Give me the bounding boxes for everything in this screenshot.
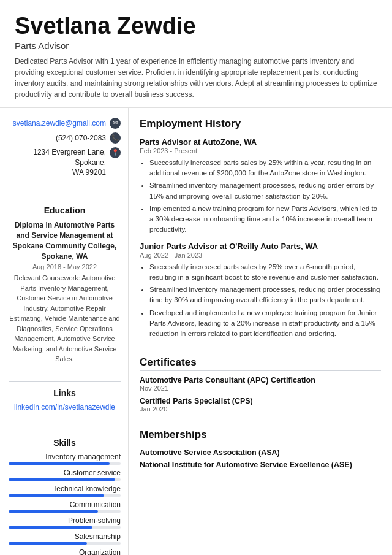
- divider-3: [9, 429, 121, 429]
- skill-bar-fill: [9, 462, 110, 465]
- address-text: 1234 Evergreen Lane, Spokane,WA 99201: [9, 147, 106, 178]
- skill-bar-fill: [9, 494, 104, 497]
- skill-bar-bg: [9, 494, 121, 497]
- jobs-list: Parts Advisor at AutoZone, WA Feb 2023 -…: [140, 137, 381, 340]
- job-bullet: Successfully increased parts sales by 25…: [149, 262, 381, 283]
- skill-item: Customer service: [9, 469, 121, 481]
- skill-name: Communication: [9, 500, 121, 509]
- skill-name: Inventory management: [9, 453, 121, 461]
- location-icon: 📍: [110, 147, 121, 158]
- skill-bar-bg: [9, 542, 121, 545]
- skill-name: Technical knowledge: [9, 484, 121, 493]
- certificates-section: Certificates Automotive Parts Consultant…: [140, 356, 381, 418]
- job-title: Junior Parts Advisor at O'Reilly Auto Pa…: [140, 242, 381, 251]
- job-entry: Junior Parts Advisor at O'Reilly Auto Pa…: [140, 242, 381, 340]
- candidate-summary: Dedicated Parts Advisor with 1 year of e…: [15, 56, 377, 100]
- memberships-list: Automotive Service Association (ASA)Nati…: [140, 448, 381, 469]
- cert-date: Jan 2020: [140, 405, 381, 413]
- skill-bar-bg: [9, 510, 121, 513]
- candidate-name: Svetlana Zewdie: [15, 13, 377, 39]
- header-section: Svetlana Zewdie Parts Advisor Dedicated …: [0, 0, 392, 108]
- job-dates: Feb 2023 - Present: [140, 147, 381, 155]
- candidate-title: Parts Advisor: [15, 40, 377, 51]
- education-section: Education Diploma in Automotive Parts an…: [9, 205, 121, 364]
- membership-entry: National Institute for Automotive Servic…: [140, 461, 381, 469]
- skill-bar-fill: [9, 526, 92, 529]
- courses-label: Relevant Coursework:: [14, 274, 80, 281]
- skill-item: Technical knowledge: [9, 484, 121, 497]
- contact-phone-row: (524) 070-2083 📞: [9, 132, 121, 144]
- education-section-title: Education: [9, 205, 121, 215]
- divider-1: [9, 199, 121, 199]
- memberships-section-title: Memberships: [140, 429, 381, 443]
- certificates-section-title: Certificates: [140, 356, 381, 371]
- skill-name: Customer service: [9, 469, 121, 477]
- skills-section-title: Skills: [9, 438, 121, 448]
- resume-container: Svetlana Zewdie Parts Advisor Dedicated …: [0, 0, 392, 555]
- skill-name: Problem-solving: [9, 516, 121, 525]
- employment-section-title: Employment History: [140, 118, 381, 132]
- linkedin-link[interactable]: linkedin.com/in/svetlanazewdie: [9, 403, 121, 411]
- skill-bar-bg: [9, 462, 121, 465]
- cert-entry: Certified Parts Specialist (CPS) Jan 202…: [140, 397, 381, 413]
- contact-email-row: svetlana.zewdie@gmail.com ✉: [9, 118, 121, 129]
- phone-text: (524) 070-2083: [56, 134, 106, 142]
- cert-name: Automotive Parts Consultant (APC) Certif…: [140, 376, 381, 385]
- skill-bar-bg: [9, 526, 121, 529]
- job-bullet: Implemented a new training program for n…: [149, 204, 381, 235]
- two-col-layout: svetlana.zewdie@gmail.com ✉ (524) 070-20…: [0, 108, 392, 555]
- contact-address-row: 1234 Evergreen Lane, Spokane,WA 99201 📍: [9, 147, 121, 178]
- job-bullet: Developed and implemented a new employee…: [149, 308, 381, 340]
- skill-item: Salesmanship: [9, 532, 121, 545]
- job-bullet: Successfully increased parts sales by 25…: [149, 158, 381, 179]
- skill-bar-fill: [9, 542, 87, 545]
- main-content: Employment History Parts Advisor at Auto…: [129, 108, 392, 555]
- email-link[interactable]: svetlana.zewdie@gmail.com: [13, 119, 106, 128]
- job-title: Parts Advisor at AutoZone, WA: [140, 137, 381, 147]
- skill-item: Organization: [9, 548, 121, 555]
- skills-section: Skills Inventory management Customer ser…: [9, 438, 121, 555]
- cert-name: Certified Parts Specialist (CPS): [140, 397, 381, 405]
- job-bullet: Streamlined inventory management process…: [149, 180, 381, 202]
- skill-item: Communication: [9, 500, 121, 513]
- job-dates: Aug 2022 - Jan 2023: [140, 251, 381, 259]
- cert-entry: Automotive Parts Consultant (APC) Certif…: [140, 376, 381, 392]
- links-section: Links linkedin.com/in/svetlanazewdie: [9, 388, 121, 411]
- job-entry: Parts Advisor at AutoZone, WA Feb 2023 -…: [140, 137, 381, 235]
- education-dates: Aug 2018 - May 2022: [9, 263, 121, 270]
- skill-bar-fill: [9, 510, 98, 513]
- education-degree: Diploma in Automotive Parts and Service …: [9, 220, 121, 261]
- employment-section: Employment History Parts Advisor at Auto…: [140, 118, 381, 346]
- memberships-section: Memberships Automotive Service Associati…: [140, 429, 381, 473]
- links-section-title: Links: [9, 388, 121, 398]
- email-icon: ✉: [110, 118, 121, 129]
- education-courses: Relevant Coursework: Automotive Parts In…: [9, 273, 121, 364]
- sidebar: svetlana.zewdie@gmail.com ✉ (524) 070-20…: [0, 108, 129, 555]
- skill-name: Salesmanship: [9, 532, 121, 541]
- job-bullets-list: Successfully increased parts sales by 25…: [140, 262, 381, 340]
- skill-name: Organization: [9, 548, 121, 555]
- contact-section: svetlana.zewdie@gmail.com ✉ (524) 070-20…: [9, 118, 121, 182]
- skill-bar-bg: [9, 478, 121, 481]
- skill-bar-fill: [9, 478, 115, 481]
- membership-entry: Automotive Service Association (ASA): [140, 448, 381, 457]
- divider-2: [9, 381, 121, 382]
- job-bullet: Streamlined inventory management process…: [149, 285, 381, 306]
- phone-icon: 📞: [110, 132, 121, 144]
- skill-item: Inventory management: [9, 453, 121, 465]
- job-bullets-list: Successfully increased parts sales by 25…: [140, 158, 381, 235]
- skill-item: Problem-solving: [9, 516, 121, 529]
- cert-date: Nov 2021: [140, 385, 381, 392]
- skills-list: Inventory management Customer service Te…: [9, 453, 121, 555]
- certs-list: Automotive Parts Consultant (APC) Certif…: [140, 376, 381, 413]
- courses-text: Automotive Parts Inventory Management, C…: [9, 274, 119, 362]
